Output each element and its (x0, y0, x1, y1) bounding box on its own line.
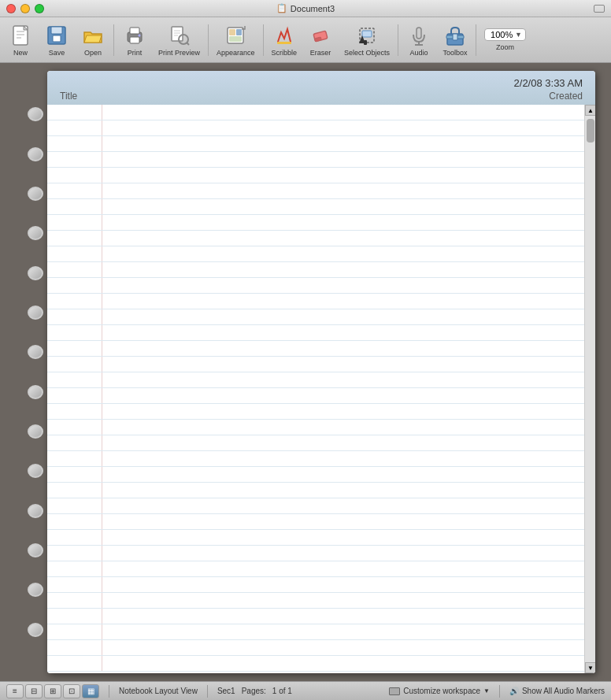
line-content[interactable] (102, 136, 595, 151)
line-content[interactable] (102, 246, 595, 261)
notebook-line[interactable] (47, 357, 595, 372)
notebook-line[interactable] (47, 530, 595, 546)
view-button-4[interactable]: ⊡ (63, 684, 80, 698)
notebook-line[interactable] (47, 199, 595, 215)
eraser-tool[interactable]: Eraser (303, 21, 338, 58)
line-content[interactable] (102, 120, 595, 135)
line-content[interactable] (102, 199, 595, 214)
save-tool[interactable]: Save (39, 21, 74, 58)
notebook-line[interactable] (47, 120, 595, 136)
notebook-line[interactable] (47, 372, 595, 388)
notebook-line[interactable] (47, 152, 595, 168)
line-content[interactable] (102, 231, 595, 246)
notebook-line[interactable] (47, 183, 595, 199)
line-content[interactable] (102, 325, 595, 340)
notebook-line[interactable] (47, 404, 595, 420)
line-content[interactable] (102, 388, 595, 403)
line-content[interactable] (102, 404, 595, 419)
line-content[interactable] (102, 656, 595, 671)
line-content[interactable] (102, 294, 595, 309)
notebook-line[interactable] (47, 514, 595, 530)
line-content[interactable] (102, 372, 595, 387)
notebook-line[interactable] (47, 593, 595, 609)
zoom-arrow-icon[interactable]: ▼ (515, 31, 522, 39)
notebook-line[interactable] (47, 262, 595, 278)
notebook-line[interactable] (47, 168, 595, 183)
view-button-5[interactable]: ▦ (82, 684, 99, 698)
notebook-line[interactable] (47, 388, 595, 404)
line-content[interactable] (102, 309, 595, 324)
notebook-line[interactable] (47, 656, 595, 672)
notebook-line[interactable] (47, 105, 595, 120)
line-content[interactable] (102, 341, 595, 356)
toolbox-tool[interactable]: Toolbox (438, 21, 472, 58)
line-content[interactable] (102, 420, 595, 435)
notebook-line[interactable] (47, 451, 595, 467)
line-content[interactable] (102, 262, 595, 277)
notebook-line[interactable] (47, 420, 595, 435)
line-content[interactable] (102, 640, 595, 655)
audio-tool[interactable]: Audio (402, 21, 436, 58)
notebook-line[interactable] (47, 561, 595, 577)
line-content[interactable] (102, 183, 595, 198)
line-content[interactable] (102, 435, 595, 450)
notebook-line[interactable] (47, 136, 595, 152)
line-content[interactable] (102, 168, 595, 183)
line-content[interactable] (102, 105, 595, 120)
line-content[interactable] (102, 215, 595, 230)
line-content[interactable] (102, 498, 595, 513)
audio-markers-button[interactable]: 🔊 Show All Audio Markers (509, 687, 605, 695)
new-tool[interactable]: New (3, 21, 38, 58)
line-content[interactable] (102, 152, 595, 167)
scribble-tool[interactable]: Scribble (267, 21, 302, 58)
line-content[interactable] (102, 467, 595, 482)
notebook-line[interactable] (47, 624, 595, 640)
notebook-line[interactable] (47, 640, 595, 656)
line-content[interactable] (102, 593, 595, 608)
line-content[interactable] (102, 278, 595, 293)
notebook-line[interactable] (47, 467, 595, 483)
line-content[interactable] (102, 483, 595, 498)
view-button-1[interactable]: ≡ (6, 684, 24, 698)
minimize-button[interactable] (20, 4, 30, 13)
scrollbar-thumb[interactable] (587, 119, 594, 143)
notebook-line[interactable] (47, 435, 595, 451)
notebook-line[interactable] (47, 577, 595, 593)
notebook-line[interactable] (47, 294, 595, 309)
scroll-down-arrow[interactable]: ▼ (585, 662, 595, 673)
line-content[interactable] (102, 624, 595, 639)
line-content[interactable] (102, 451, 595, 466)
lined-area[interactable]: ▲ ▼ (47, 105, 595, 673)
scroll-up-arrow[interactable]: ▲ (585, 105, 595, 116)
notebook-line[interactable] (47, 325, 595, 341)
notebook-line[interactable] (47, 231, 595, 246)
notebook-line[interactable] (47, 498, 595, 514)
view-button-3[interactable]: ⊞ (44, 684, 61, 698)
customize-workspace-button[interactable]: Customize workspace ▼ (389, 687, 490, 695)
line-content[interactable] (102, 357, 595, 372)
print-preview-tool[interactable]: Print Preview (154, 21, 205, 58)
line-content[interactable] (102, 514, 595, 529)
select-objects-tool[interactable]: Select Objects (339, 21, 394, 58)
line-content[interactable] (102, 530, 595, 545)
notebook-line[interactable] (47, 341, 595, 357)
notebook-line[interactable] (47, 483, 595, 498)
notebook-line[interactable] (47, 246, 595, 262)
line-content[interactable] (102, 577, 595, 592)
line-content[interactable] (102, 561, 595, 576)
appearance-tool[interactable]: Appearance (212, 21, 260, 58)
scrollbar[interactable]: ▲ ▼ (584, 105, 595, 673)
notebook-line[interactable] (47, 215, 595, 231)
zoom-control[interactable]: 100% ▼ (484, 28, 526, 41)
print-tool[interactable]: Print (117, 21, 152, 58)
view-button-2[interactable]: ⊟ (25, 684, 43, 698)
maximize-button[interactable] (35, 4, 44, 13)
notebook-line[interactable] (47, 309, 595, 325)
zoom-tool[interactable]: 100% ▼ Zoom (480, 27, 531, 53)
notebook-line[interactable] (47, 609, 595, 624)
line-content[interactable] (102, 609, 595, 624)
notebook-line[interactable] (47, 546, 595, 561)
close-button[interactable] (6, 4, 16, 13)
line-content[interactable] (102, 546, 595, 561)
open-tool[interactable]: Open (76, 21, 110, 58)
